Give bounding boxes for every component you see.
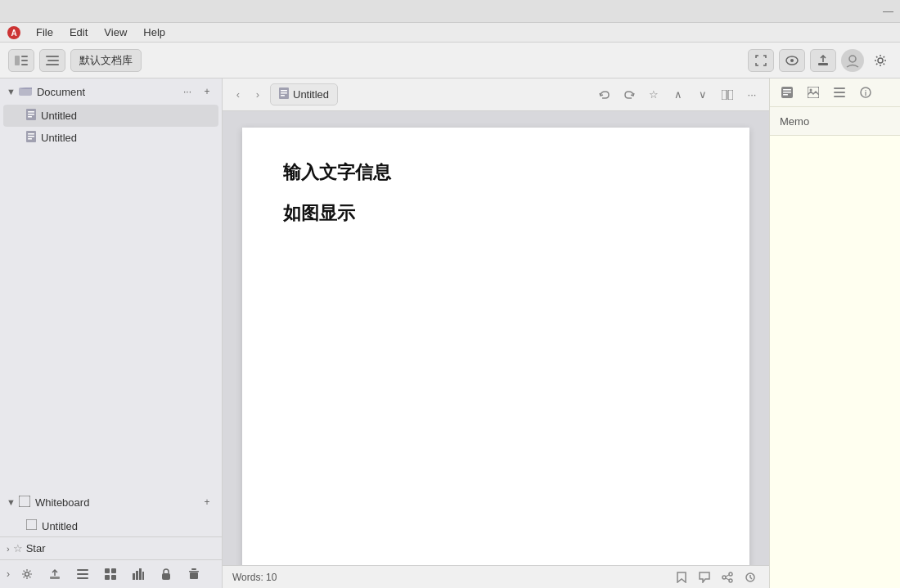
word-count: Words: 10 xyxy=(232,572,666,583)
svg-rect-24 xyxy=(26,519,37,530)
statusbar: Words: 10 xyxy=(223,565,769,588)
menu-help[interactable]: Help xyxy=(137,25,172,40)
doc-content: 输入文字信息 如图显示 xyxy=(223,111,769,565)
sidebar-list-icon[interactable] xyxy=(72,563,93,585)
sidebar: ▼ Document ··· + Untitled Untitled xyxy=(0,79,223,588)
svg-rect-18 xyxy=(28,116,32,118)
export-button[interactable] xyxy=(810,49,836,72)
statusbar-comment-icon[interactable] xyxy=(695,568,713,586)
sidebar-item-label-2: Untitled xyxy=(41,132,77,144)
main-layout: ▼ Document ··· + Untitled Untitled xyxy=(0,79,900,588)
svg-rect-5 xyxy=(21,64,28,65)
fit-button[interactable] xyxy=(748,49,774,72)
tab-back-button[interactable]: ‹ xyxy=(229,86,247,104)
right-panel-content[interactable] xyxy=(770,136,900,588)
svg-line-51 xyxy=(726,575,729,577)
svg-rect-29 xyxy=(77,577,88,579)
svg-rect-38 xyxy=(162,573,170,580)
sidebar-toggle-button[interactable] xyxy=(8,49,34,72)
star-icon: ☆ xyxy=(13,542,23,554)
panel-list-icon[interactable] xyxy=(829,82,850,103)
right-panel-header: Memo xyxy=(770,107,900,136)
active-tab[interactable]: Untitled xyxy=(270,83,338,105)
menu-file[interactable]: File xyxy=(29,25,60,40)
whiteboard-chevron-icon: ▼ xyxy=(7,497,16,507)
sidebar-trash-icon[interactable] xyxy=(183,563,205,585)
collapse-button[interactable]: ∨ xyxy=(692,84,713,105)
document-chevron-icon: ▼ xyxy=(7,87,16,97)
sidebar-spacer xyxy=(0,149,222,489)
star-chevron-icon: › xyxy=(7,544,10,554)
svg-rect-3 xyxy=(21,56,28,57)
settings-icon[interactable] xyxy=(869,49,892,72)
tab-actions: ☆ ∧ ∨ ··· xyxy=(594,84,763,105)
sidebar-item-label-1: Untitled xyxy=(41,110,77,122)
tab-navigation: ‹ › xyxy=(229,86,267,104)
preview-button[interactable] xyxy=(779,49,805,72)
split-button[interactable] xyxy=(717,84,738,105)
svg-rect-61 xyxy=(834,92,845,93)
sidebar-settings-icon[interactable] xyxy=(16,563,38,585)
right-panel-title: Memo xyxy=(780,115,809,128)
doc-tabs: ‹ › Untitled ☆ ∧ ∨ xyxy=(223,79,769,111)
sidebar-lock-icon[interactable] xyxy=(155,563,177,585)
user-avatar[interactable] xyxy=(841,49,864,72)
expand-button[interactable]: ∧ xyxy=(668,84,689,105)
document-more-button[interactable]: ··· xyxy=(179,83,196,100)
panel-info-icon[interactable]: i xyxy=(855,82,876,103)
doc-page[interactable]: 输入文字信息 如图显示 xyxy=(242,128,749,565)
document-item-icon-1 xyxy=(26,109,36,123)
svg-point-48 xyxy=(729,572,732,576)
titlebar: — xyxy=(0,0,900,23)
statusbar-history-icon[interactable] xyxy=(741,568,759,586)
tab-title: Untitled xyxy=(293,88,329,101)
svg-rect-55 xyxy=(783,89,791,91)
svg-rect-26 xyxy=(50,577,60,579)
more-button[interactable]: ··· xyxy=(741,84,763,105)
sidebar-whiteboard-header[interactable]: ▼ Whiteboard + xyxy=(0,489,222,515)
star-button[interactable]: ☆ xyxy=(643,84,664,105)
sidebar-grid-icon[interactable] xyxy=(100,563,121,585)
statusbar-bookmark-icon[interactable] xyxy=(673,568,691,586)
svg-rect-23 xyxy=(19,496,30,507)
menu-edit[interactable]: Edit xyxy=(63,25,94,40)
svg-rect-33 xyxy=(111,575,116,580)
whiteboard-add-button[interactable]: + xyxy=(199,494,215,510)
svg-rect-43 xyxy=(281,90,287,92)
svg-line-52 xyxy=(726,578,729,580)
right-panel: i Memo xyxy=(769,79,900,588)
svg-point-10 xyxy=(790,59,794,62)
sidebar-chart-icon[interactable] xyxy=(128,563,149,585)
sidebar-star-section[interactable]: › ☆ Star xyxy=(0,537,222,559)
panel-memo-icon[interactable] xyxy=(776,82,798,103)
svg-rect-35 xyxy=(136,571,138,580)
svg-rect-28 xyxy=(77,573,88,575)
svg-rect-4 xyxy=(21,60,28,61)
sidebar-upload-icon[interactable] xyxy=(44,563,65,585)
doc-area: ‹ › Untitled ☆ ∧ ∨ xyxy=(223,79,769,588)
sidebar-bottom-bar: › xyxy=(0,559,222,588)
svg-rect-47 xyxy=(728,90,733,100)
statusbar-share-icon[interactable] xyxy=(718,568,736,586)
svg-rect-27 xyxy=(77,569,88,571)
document-item-icon-2 xyxy=(26,131,36,145)
sidebar-document-header[interactable]: ▼ Document ··· + xyxy=(0,79,222,105)
sidebar-item-whiteboard-1[interactable]: Untitled xyxy=(3,515,218,536)
document-add-button[interactable]: + xyxy=(199,83,215,100)
library-label[interactable]: 默认文档库 xyxy=(70,49,142,72)
outline-toggle-button[interactable] xyxy=(39,49,65,72)
redo-button[interactable] xyxy=(619,84,640,105)
app-logo: A xyxy=(7,25,21,40)
tab-forward-button[interactable]: › xyxy=(249,86,267,104)
sidebar-whiteboard-section: ▼ Whiteboard + Untitled xyxy=(0,489,222,536)
svg-point-25 xyxy=(25,572,29,577)
svg-rect-39 xyxy=(189,571,199,572)
sidebar-expand-button[interactable]: › xyxy=(7,568,10,580)
undo-button[interactable] xyxy=(594,84,615,105)
svg-rect-62 xyxy=(834,96,845,97)
svg-rect-2 xyxy=(15,56,20,65)
sidebar-item-untitled-1[interactable]: Untitled xyxy=(3,105,218,127)
panel-image-icon[interactable] xyxy=(803,82,824,103)
sidebar-item-untitled-2[interactable]: Untitled xyxy=(3,127,218,149)
menu-view[interactable]: View xyxy=(97,25,133,40)
